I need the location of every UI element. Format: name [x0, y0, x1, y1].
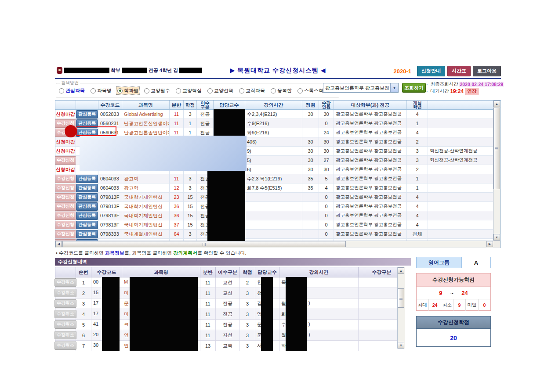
interest-button[interactable]: 관심등록 [76, 184, 98, 192]
timetable-button[interactable]: 시간표 [447, 66, 471, 76]
scrollbar-thumb[interactable] [398, 288, 404, 308]
apply-button[interactable]: 수강신청 [55, 156, 76, 165]
interest-button[interactable]: 관심등록 [76, 221, 98, 229]
main-vertical-scrollbar[interactable]: ▲ ▼ [493, 101, 501, 241]
cell-credit: 15 [184, 202, 197, 211]
scroll-left-icon[interactable]: ◀ [55, 241, 62, 247]
cell-enrolled: 27 [319, 156, 334, 165]
cancel-button[interactable]: 수강취소 [54, 342, 76, 350]
cell-time: 화 [279, 341, 359, 351]
cell-course-name[interactable]: 국내학기제인턴십 [122, 193, 170, 201]
cancel-button[interactable]: 수강취소 [54, 299, 76, 308]
cell-course-name[interactable]: 국내학기제인턴십 [122, 220, 170, 229]
radio-option-교양선택[interactable]: 교양선택 [207, 87, 234, 94]
scrollbar-thumb[interactable] [62, 241, 346, 247]
code-prefix: 30 [93, 342, 98, 348]
redaction-box [286, 288, 307, 298]
apply-button[interactable]: 수강신청 [55, 175, 76, 183]
cell-course-name[interactable]: 국내학기제인턴십 [122, 202, 170, 211]
cancel-button[interactable]: 수강취소 [54, 310, 76, 318]
table-row: 수강신청관심등록0560231난광고언론신입생이다111전공수9(E216)0광… [55, 119, 501, 128]
scroll-right-icon[interactable]: ▶ [486, 241, 493, 247]
department-select[interactable]: 광고홍보언론학부 광고홍보전공 ▼ [323, 83, 399, 93]
cell-code: 15 [91, 288, 122, 298]
cell-status: 신청마감 [55, 147, 76, 155]
cell-course-name[interactable]: 국내학기제인턴십 [122, 211, 170, 220]
cell-year: 3 [407, 147, 428, 155]
apply-button[interactable]: 수강신청 [55, 202, 76, 211]
apply-button[interactable]: 수강신청 [55, 184, 76, 192]
cell-credit: 15 [184, 220, 197, 229]
scroll-down-icon[interactable]: ▼ [493, 234, 500, 241]
scrollbar-thumb[interactable] [493, 108, 500, 189]
cell-course-name[interactable]: 국내계절제인턴십 [122, 230, 170, 238]
stat-label: 미달 [466, 299, 479, 311]
cell-status: 수강신청 [55, 202, 76, 211]
cell-code[interactable]: 0604033 [98, 183, 122, 192]
main-horizontal-scrollbar[interactable]: ◀ ▶ [55, 241, 493, 248]
radio-option-융복합[interactable]: 융복합 [270, 87, 293, 94]
redaction-box [130, 298, 198, 309]
cell-code[interactable]: 0798333 [98, 230, 122, 238]
cancel-button[interactable]: 수강취소 [54, 320, 76, 329]
chevron-down-icon[interactable]: ▼ [390, 83, 398, 92]
extend-button[interactable]: 연장 [465, 88, 479, 95]
cell-course-name[interactable]: 광고학 [122, 183, 170, 192]
history-vertical-scrollbar[interactable]: ▲ ▼ [397, 267, 405, 349]
redaction-box [286, 340, 307, 351]
cell-cancel: 수강취소 [55, 341, 76, 351]
course-info-link[interactable]: 과목정보 [105, 250, 124, 255]
apply-button[interactable]: 수강신청 [55, 221, 76, 229]
cell-code: 17 [91, 309, 122, 319]
query-button[interactable]: 조회하기 [402, 83, 426, 93]
cell-code[interactable]: 079813F [98, 211, 122, 220]
radio-option-과목명[interactable]: 과목명 [90, 87, 112, 94]
apply-button[interactable]: 수강신청 [55, 230, 76, 238]
cell-code[interactable]: 079813F [98, 193, 122, 201]
interest-button[interactable]: 관심등록 [76, 202, 98, 211]
cell-type: 자선 [216, 330, 240, 340]
credit-range: 9 ~ 24 [417, 287, 490, 299]
cell-code[interactable]: 079813F [98, 202, 122, 211]
interest-button[interactable]: 관심등록 [76, 230, 98, 238]
radio-option-교양핵심[interactable]: 교양핵심 [175, 87, 203, 94]
cancel-button[interactable]: 수강취소 [54, 278, 76, 287]
table-row: 수강취소730언13교핵3서화 [55, 341, 405, 351]
interest-button[interactable]: 관심등록 [76, 110, 98, 119]
interest-button[interactable]: 관심등록 [76, 212, 98, 220]
interest-button[interactable]: 관심등록 [76, 175, 98, 183]
code-prefix: 20 [93, 332, 98, 337]
interest-button[interactable]: 관심등록 [76, 193, 98, 201]
scroll-up-icon[interactable]: ▲ [493, 101, 500, 107]
cell-time [245, 193, 302, 201]
cell-interest: 관심등록 [76, 183, 98, 192]
apply-button[interactable]: 수강신청 [55, 193, 76, 201]
cell-code[interactable]: 0604033 [98, 174, 122, 183]
redaction-box [130, 277, 198, 288]
logout-button[interactable]: 로그아웃 [473, 66, 501, 76]
guide-button[interactable]: 신청안내 [417, 66, 445, 76]
apply-button[interactable]: 수강신청 [55, 212, 76, 220]
cell-course-name[interactable]: 난광고언론신입생이다 [122, 119, 170, 128]
redaction-box [102, 319, 120, 330]
radio-option-학과별[interactable]: 학과별 [116, 87, 139, 94]
cell-course-name[interactable]: 광고학 [122, 174, 170, 183]
cancel-button[interactable]: 수강취소 [54, 331, 76, 339]
radio-label: 교직과목 [246, 87, 265, 94]
table-row: 수강취소620언11자선3문월) [55, 330, 405, 341]
scroll-up-icon[interactable]: ▲ [398, 267, 404, 274]
cell-course-name[interactable]: Global Advertising [122, 110, 170, 119]
cell-bunban: 11 [200, 298, 216, 309]
cell-time: 수2,3,4(E212) [245, 110, 302, 119]
cell-extra: 혁신전공-산학연계전공 [428, 147, 501, 155]
available-credits-title: 수강신청가능학점 [417, 273, 490, 287]
radio-option-관심과목[interactable]: 관심과목 [58, 87, 86, 94]
scroll-down-icon[interactable]: ▼ [398, 342, 404, 349]
cell-code[interactable]: 0052833 [98, 110, 122, 119]
syllabus-link[interactable]: 강의계획서 [173, 250, 197, 255]
radio-option-교양필수[interactable]: 교양필수 [143, 87, 171, 94]
radio-option-교직과목[interactable]: 교직과목 [238, 87, 266, 94]
cancel-button[interactable]: 수강취소 [54, 289, 76, 297]
cell-no: 4 [76, 309, 91, 319]
cell-code[interactable]: 079813F [98, 220, 122, 229]
